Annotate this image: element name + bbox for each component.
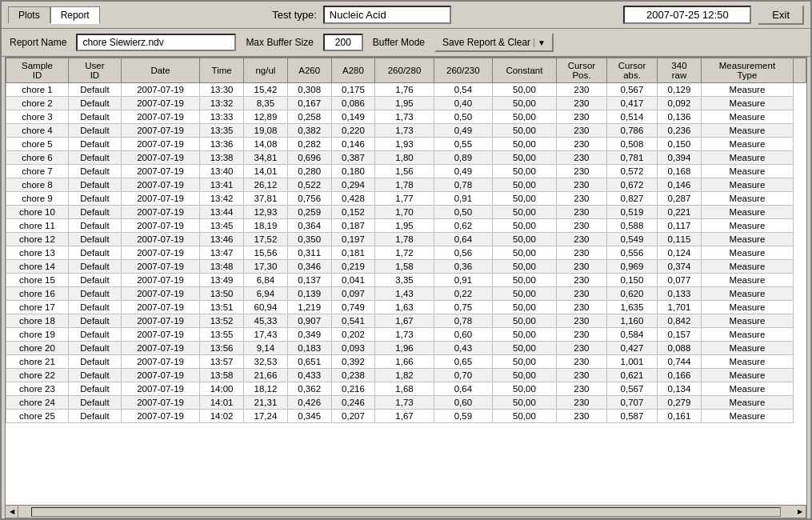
cell-ng_ul: 34,81 <box>244 151 288 165</box>
cell-measurement_type: Measure <box>701 301 793 314</box>
cell-a280: 0,216 <box>331 382 375 396</box>
table-body: chore 1Default2007-07-1913:3015,420,3080… <box>6 83 806 423</box>
cell-cursor_abs: 0,417 <box>606 97 657 110</box>
cell-cursor_pos: 230 <box>556 369 606 382</box>
col-header-cursor_abs: Cursor abs. <box>606 58 657 83</box>
cell-sample_id: chore 16 <box>6 287 69 301</box>
cell-sample_id: chore 10 <box>6 206 69 219</box>
cell-cursor_abs: 0,588 <box>606 219 657 233</box>
report-bar: Report Name Max Buffer Size Buffer Mode … <box>2 29 810 57</box>
col-header-date: Date <box>121 58 199 83</box>
cell-ratio_260_280: 1,43 <box>375 287 434 301</box>
save-report-button[interactable]: Save Report & Clear ▼ <box>434 33 554 52</box>
cell-raw_340: 0,374 <box>658 260 702 274</box>
cell-cursor_abs: 1,635 <box>606 301 657 314</box>
cell-a260: 0,259 <box>287 206 331 219</box>
cell-date: 2007-07-19 <box>121 301 199 314</box>
cell-raw_340: 0,236 <box>658 124 702 138</box>
buffer-size-input[interactable] <box>323 34 363 51</box>
cell-measurement_type: Measure <box>701 124 793 138</box>
cell-ratio_260_230: 0,56 <box>434 246 492 260</box>
cell-raw_340: 0,150 <box>658 138 702 151</box>
cell-a260: 0,382 <box>287 124 331 138</box>
cell-ratio_260_230: 0,70 <box>434 369 492 382</box>
cell-ratio_260_230: 0,64 <box>434 382 492 396</box>
col-header-ng_ul: ng/ul <box>244 58 288 83</box>
cell-date: 2007-07-19 <box>121 382 199 396</box>
table-row: chore 10Default2007-07-1913:4412,930,259… <box>6 206 806 219</box>
cell-user_id: Default <box>68 165 121 178</box>
test-type-input[interactable] <box>323 6 451 24</box>
cell-a280: 0,387 <box>331 151 375 165</box>
cell-ng_ul: 15,56 <box>244 246 288 260</box>
tab-plots[interactable]: Plots <box>8 6 50 23</box>
cell-raw_340: 0,092 <box>658 97 702 110</box>
cell-constant: 50,00 <box>493 206 557 219</box>
tab-report[interactable]: Report <box>50 6 100 24</box>
cell-constant: 50,00 <box>493 97 557 110</box>
col-header-cursor_pos: Cursor Pos. <box>556 58 606 83</box>
cell-constant: 50,00 <box>493 355 557 369</box>
cell-ratio_260_230: 0,91 <box>434 192 492 206</box>
cell-ratio_260_280: 1,73 <box>375 396 434 410</box>
cell-measurement_type: Measure <box>701 97 793 110</box>
scroll-left-button[interactable]: ◀ <box>6 506 18 518</box>
cell-sample_id: chore 1 <box>6 83 69 97</box>
cell-cursor_abs: 0,572 <box>606 165 657 178</box>
cell-a260: 0,258 <box>287 110 331 124</box>
cell-a260: 0,282 <box>287 138 331 151</box>
cell-raw_340: 0,161 <box>658 410 702 423</box>
cell-sample_id: chore 19 <box>6 328 69 342</box>
cell-cursor_pos: 230 <box>556 301 606 314</box>
table-row: chore 25Default2007-07-1914:0217,240,345… <box>6 410 806 423</box>
dropdown-arrow-icon[interactable]: ▼ <box>534 38 546 47</box>
cell-raw_340: 0,117 <box>658 219 702 233</box>
table-row: chore 24Default2007-07-1914:0121,310,426… <box>6 396 806 410</box>
cell-constant: 50,00 <box>493 83 557 97</box>
horizontal-scrollbar[interactable]: ◀ ▶ <box>6 505 806 518</box>
cell-ng_ul: 32,53 <box>244 355 288 369</box>
cell-measurement_type: Measure <box>701 165 793 178</box>
exit-button[interactable]: Exit <box>758 5 804 25</box>
table-scroll-area[interactable]: Sample IDUser IDDateTimeng/ulA260A280260… <box>6 58 806 505</box>
cell-a280: 0,197 <box>331 233 375 246</box>
table-row: chore 16Default2007-07-1913:506,940,1390… <box>6 287 806 301</box>
cell-a260: 0,308 <box>287 83 331 97</box>
cell-ng_ul: 21,66 <box>244 369 288 382</box>
cell-a260: 0,346 <box>287 260 331 274</box>
cell-cursor_pos: 230 <box>556 178 606 192</box>
table-row: chore 22Default2007-07-1913:5821,660,433… <box>6 369 806 382</box>
cell-ratio_260_280: 1,78 <box>375 233 434 246</box>
cell-cursor_abs: 1,001 <box>606 355 657 369</box>
cell-cursor_abs: 0,567 <box>606 83 657 97</box>
cell-user_id: Default <box>68 355 121 369</box>
cell-a280: 0,086 <box>331 97 375 110</box>
cell-ratio_260_230: 0,60 <box>434 328 492 342</box>
cell-cursor_abs: 1,160 <box>606 314 657 328</box>
report-name-input[interactable] <box>76 34 236 51</box>
cell-ratio_260_280: 1,68 <box>375 382 434 396</box>
cell-ratio_260_230: 0,54 <box>434 83 492 97</box>
cell-a280: 0,187 <box>331 219 375 233</box>
scroll-track[interactable] <box>31 507 781 517</box>
cell-cursor_abs: 0,781 <box>606 151 657 165</box>
cell-sample_id: chore 8 <box>6 178 69 192</box>
cell-cursor_pos: 230 <box>556 246 606 260</box>
cell-a280: 0,207 <box>331 410 375 423</box>
col-header-a260: A260 <box>287 58 331 83</box>
cell-time: 13:46 <box>200 233 244 246</box>
cell-ng_ul: 21,31 <box>244 396 288 410</box>
cell-time: 13:57 <box>200 355 244 369</box>
cell-measurement_type: Measure <box>701 410 793 423</box>
cell-user_id: Default <box>68 410 121 423</box>
cell-ratio_260_280: 1,76 <box>375 83 434 97</box>
cell-cursor_pos: 230 <box>556 287 606 301</box>
cell-user_id: Default <box>68 396 121 410</box>
cell-sample_id: chore 24 <box>6 396 69 410</box>
cell-cursor_pos: 230 <box>556 219 606 233</box>
cell-date: 2007-07-19 <box>121 260 199 274</box>
scroll-right-button[interactable]: ▶ <box>794 506 806 518</box>
cell-constant: 50,00 <box>493 233 557 246</box>
cell-user_id: Default <box>68 110 121 124</box>
cell-raw_340: 0,166 <box>658 369 702 382</box>
